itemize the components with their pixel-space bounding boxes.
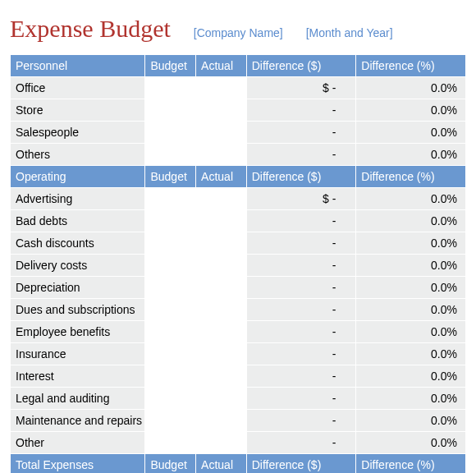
budget-cell[interactable] <box>145 410 196 432</box>
diff-percent-cell: 0.0% <box>356 365 466 388</box>
row-label: Dues and subscriptions <box>11 299 145 321</box>
table-row: Bad debts-0.0% <box>11 210 466 232</box>
budget-cell[interactable] <box>145 343 196 365</box>
diff-dollar-cell: - <box>246 144 356 166</box>
row-label: Interest <box>11 365 145 388</box>
diff-dollar-cell: - <box>246 388 356 410</box>
actual-cell[interactable] <box>196 122 247 144</box>
budget-cell[interactable] <box>145 99 196 122</box>
header: Expense Budget [Company Name] [Month and… <box>10 15 466 43</box>
actual-cell[interactable] <box>196 388 247 410</box>
diff-percent-cell: 0.0% <box>356 188 466 210</box>
actual-cell[interactable] <box>196 410 247 432</box>
table-row: Other-0.0% <box>11 432 466 454</box>
col-budget: Budget <box>145 55 196 77</box>
row-label: Employee benefits <box>11 321 145 343</box>
row-label: Depreciation <box>11 277 145 299</box>
diff-dollar-cell: - <box>246 277 356 299</box>
diff-percent-cell: 0.0% <box>356 343 466 365</box>
budget-cell[interactable] <box>145 122 196 144</box>
diff-dollar-cell: - <box>246 299 356 321</box>
table-row: Advertising$ -0.0% <box>11 188 466 210</box>
row-label: Store <box>11 99 145 122</box>
budget-cell[interactable] <box>145 144 196 166</box>
table-row: Delivery costs-0.0% <box>11 255 466 277</box>
table-row: Others-0.0% <box>11 144 466 166</box>
budget-cell[interactable] <box>145 255 196 277</box>
actual-cell[interactable] <box>196 144 247 166</box>
col-actual: Actual <box>196 166 247 188</box>
diff-dollar-cell: - <box>246 410 356 432</box>
actual-cell[interactable] <box>196 277 247 299</box>
budget-cell[interactable] <box>145 232 196 255</box>
diff-dollar-cell: $ - <box>246 77 356 99</box>
actual-cell[interactable] <box>196 210 247 232</box>
row-label: Office <box>11 77 145 99</box>
section-name: Operating <box>11 166 145 188</box>
actual-cell[interactable] <box>196 99 247 122</box>
budget-table: PersonnelBudgetActualDifference ($)Diffe… <box>10 54 466 473</box>
diff-percent-cell: 0.0% <box>356 77 466 99</box>
diff-dollar-cell: - <box>246 210 356 232</box>
table-row: Maintenance and repairs-0.0% <box>11 410 466 432</box>
diff-percent-cell: 0.0% <box>356 232 466 255</box>
row-label: Insurance <box>11 343 145 365</box>
period-placeholder[interactable]: [Month and Year] <box>306 26 393 39</box>
budget-cell[interactable] <box>145 432 196 454</box>
actual-cell[interactable] <box>196 321 247 343</box>
col-actual: Actual <box>196 454 247 474</box>
budget-cell[interactable] <box>145 188 196 210</box>
page-title: Expense Budget <box>10 15 171 43</box>
diff-percent-cell: 0.0% <box>356 277 466 299</box>
diff-dollar-cell: - <box>246 365 356 388</box>
budget-cell[interactable] <box>145 365 196 388</box>
diff-percent-cell: 0.0% <box>356 321 466 343</box>
actual-cell[interactable] <box>196 365 247 388</box>
budget-cell[interactable] <box>145 388 196 410</box>
company-placeholder[interactable]: [Company Name] <box>194 26 283 39</box>
col-budget: Budget <box>145 166 196 188</box>
actual-cell[interactable] <box>196 232 247 255</box>
actual-cell[interactable] <box>196 188 247 210</box>
actual-cell[interactable] <box>196 432 247 454</box>
budget-cell[interactable] <box>145 277 196 299</box>
table-row: Store-0.0% <box>11 99 466 122</box>
diff-percent-cell: 0.0% <box>356 388 466 410</box>
diff-percent-cell: 0.0% <box>356 99 466 122</box>
diff-dollar-cell: - <box>246 432 356 454</box>
col-diff-dollar: Difference ($) <box>246 454 356 474</box>
diff-dollar-cell: - <box>246 343 356 365</box>
row-label: Cash discounts <box>11 232 145 255</box>
section-header: OperatingBudgetActualDifference ($)Diffe… <box>11 166 466 188</box>
table-row: Interest-0.0% <box>11 365 466 388</box>
table-row: Employee benefits-0.0% <box>11 321 466 343</box>
actual-cell[interactable] <box>196 299 247 321</box>
table-row: Office$ -0.0% <box>11 77 466 99</box>
table-row: Insurance-0.0% <box>11 343 466 365</box>
diff-dollar-cell: - <box>246 122 356 144</box>
section-header: PersonnelBudgetActualDifference ($)Diffe… <box>11 55 466 77</box>
row-label: Bad debts <box>11 210 145 232</box>
row-label: Maintenance and repairs <box>11 410 145 432</box>
actual-cell[interactable] <box>196 343 247 365</box>
col-diff-percent: Difference (%) <box>356 166 466 188</box>
actual-cell[interactable] <box>196 77 247 99</box>
diff-percent-cell: 0.0% <box>356 410 466 432</box>
row-label: Delivery costs <box>11 255 145 277</box>
col-diff-dollar: Difference ($) <box>246 55 356 77</box>
table-row: Legal and auditing-0.0% <box>11 388 466 410</box>
table-row: Salespeople-0.0% <box>11 122 466 144</box>
diff-percent-cell: 0.0% <box>356 432 466 454</box>
diff-percent-cell: 0.0% <box>356 299 466 321</box>
budget-cell[interactable] <box>145 77 196 99</box>
diff-dollar-cell: - <box>246 321 356 343</box>
budget-cell[interactable] <box>145 321 196 343</box>
section-name: Personnel <box>11 55 145 77</box>
budget-cell[interactable] <box>145 210 196 232</box>
table-row: Cash discounts-0.0% <box>11 232 466 255</box>
diff-percent-cell: 0.0% <box>356 144 466 166</box>
col-diff-dollar: Difference ($) <box>246 166 356 188</box>
budget-cell[interactable] <box>145 299 196 321</box>
actual-cell[interactable] <box>196 255 247 277</box>
diff-dollar-cell: - <box>246 99 356 122</box>
